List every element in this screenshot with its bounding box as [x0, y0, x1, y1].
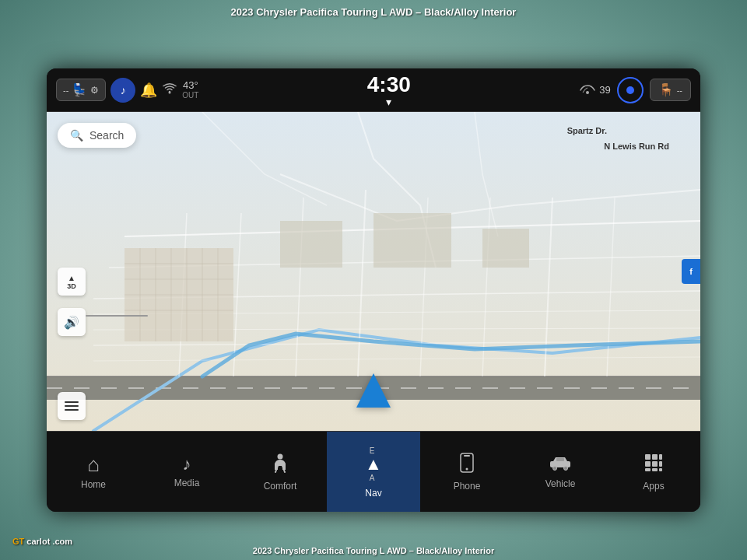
car-seat-icon: 🪑	[658, 82, 674, 97]
svg-rect-28	[645, 454, 651, 460]
time-chevron[interactable]: ▾	[386, 96, 391, 108]
right-dash-button[interactable]: 🪑 --	[650, 79, 691, 101]
svg-rect-27	[556, 458, 564, 461]
dotcom-text: .com	[52, 537, 72, 546]
nav-item-media[interactable]: ♪ Media	[140, 432, 233, 512]
map-right-action-button[interactable]: f	[682, 259, 700, 284]
svg-rect-24	[550, 461, 570, 467]
gt-text: GT	[12, 537, 24, 546]
svg-rect-33	[659, 461, 662, 467]
phone-label: Phone	[454, 481, 481, 492]
right-dash-label: --	[677, 86, 682, 95]
svg-rect-35	[652, 468, 658, 471]
music-icon: ♪	[183, 456, 191, 473]
clock-display: 4:30 ▾	[367, 72, 411, 108]
nav-compass-indicator: E ▲ A	[365, 446, 382, 483]
circle-dot	[626, 86, 634, 94]
comfort-label: Comfort	[264, 481, 297, 492]
map-3d-button[interactable]: ▲ 3D	[58, 268, 86, 296]
phone-icon	[458, 453, 475, 476]
svg-point-26	[564, 466, 568, 470]
vehicle-icon	[549, 455, 572, 474]
top-watermark: 2023 Chrysler Pacifica Touring L AWD – B…	[231, 6, 517, 18]
bell-icon[interactable]: 🔔	[140, 82, 157, 99]
speed-display: 39	[579, 84, 610, 96]
music-note-icon: ♪	[121, 84, 126, 96]
svg-point-25	[553, 466, 557, 470]
speaker-icon: 🔊	[64, 315, 79, 330]
audio-button[interactable]: ♪	[110, 78, 135, 103]
svg-rect-19	[482, 229, 529, 268]
svg-point-0	[169, 91, 171, 93]
home-label: Home	[81, 479, 106, 490]
svg-point-22	[466, 467, 468, 470]
svg-rect-34	[645, 468, 651, 471]
nav-item-vehicle[interactable]: Vehicle	[514, 432, 607, 512]
svg-point-20	[278, 453, 283, 459]
status-left-group: -- 💺 ⚙ ♪ 🔔	[56, 78, 198, 103]
hamburger-icon	[65, 401, 79, 411]
wifi-signal-icon	[162, 82, 177, 98]
bottom-nav-bar: ⌂ Home ♪ Media Comfort	[47, 431, 700, 512]
settings-icon: ⚙	[90, 85, 99, 96]
status-right-group: 39 🪑 --	[579, 77, 691, 103]
apps-grid-icon	[644, 453, 664, 476]
media-label: Media	[174, 478, 200, 488]
svg-rect-30	[659, 454, 662, 460]
svg-rect-31	[645, 461, 651, 467]
current-location-arrow	[356, 373, 391, 408]
svg-rect-23	[464, 455, 470, 457]
svg-point-1	[586, 91, 589, 94]
left-dash-button[interactable]: -- 💺 ⚙	[56, 79, 106, 101]
map-right-icon: f	[689, 267, 693, 276]
nav-item-apps[interactable]: Apps	[607, 432, 700, 512]
car-frame: 2023 Chrysler Pacifica Touring L AWD – B…	[0, 0, 747, 560]
map-search-bar[interactable]: 🔍 Search	[58, 123, 136, 148]
search-icon: 🔍	[70, 129, 83, 142]
nav-label: Nav	[365, 488, 381, 499]
nav-item-nav[interactable]: E ▲ A Nav	[327, 432, 420, 512]
svg-rect-32	[652, 461, 658, 467]
svg-rect-18	[374, 213, 451, 268]
svg-rect-17	[280, 221, 342, 268]
nav-item-comfort[interactable]: Comfort	[233, 432, 327, 512]
search-text: Search	[89, 129, 124, 142]
apps-label: Apps	[643, 481, 664, 492]
seat-icon: 💺	[72, 82, 87, 97]
bottom-watermark: 2023 Chrysler Pacifica Touring L AWD – B…	[253, 546, 494, 555]
volume-slider[interactable]	[86, 315, 148, 317]
triangle-up-icon: ▲	[68, 274, 75, 282]
infotainment-screen: -- 💺 ⚙ ♪ 🔔	[47, 68, 700, 512]
vehicle-label: Vehicle	[545, 478, 576, 489]
status-bar: -- 💺 ⚙ ♪ 🔔	[47, 68, 700, 112]
map-volume-button[interactable]: 🔊	[58, 308, 86, 336]
circle-indicator-button[interactable]	[617, 77, 644, 103]
nav-item-phone[interactable]: Phone	[420, 432, 514, 512]
home-icon: ⌂	[87, 454, 100, 474]
comfort-person-icon	[270, 453, 290, 476]
dash-label: --	[63, 86, 68, 95]
nav-item-home[interactable]: ⌂ Home	[47, 432, 140, 512]
map-menu-button[interactable]	[58, 392, 86, 420]
gtcarlot-logo: GT carlot .com	[12, 537, 72, 546]
svg-rect-36	[659, 468, 662, 471]
temperature-display: 43° OUT	[182, 79, 198, 101]
svg-rect-29	[652, 454, 658, 460]
map-view[interactable]: Spartz Dr. N Lewis Run Rd 🔍 Search ▲ 3D …	[47, 112, 700, 431]
carlot-text: carlot	[26, 537, 50, 546]
